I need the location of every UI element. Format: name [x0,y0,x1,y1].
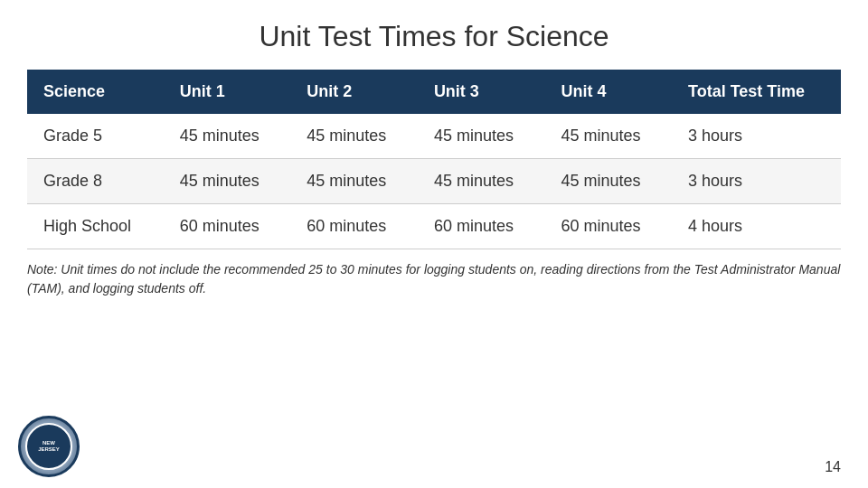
table-cell: Grade 8 [27,159,164,204]
table-wrapper: Science Unit 1 Unit 2 Unit 3 Unit 4 Tota… [0,70,868,249]
table-cell: 3 hours [672,114,841,159]
table-row: High School60 minutes60 minutes60 minute… [27,204,841,249]
table-header-row: Science Unit 1 Unit 2 Unit 3 Unit 4 Tota… [27,70,841,114]
table-cell: 60 minutes [418,204,545,249]
table-cell: High School [27,204,164,249]
table-row: Grade 545 minutes45 minutes45 minutes45 … [27,114,841,159]
table-row: Grade 845 minutes45 minutes45 minutes45 … [27,159,841,204]
table-cell: 45 minutes [544,159,672,204]
col-header-science: Science [27,70,164,114]
table-cell: 3 hours [672,159,841,204]
page-title: Unit Test Times for Science [0,0,868,70]
table-cell: 60 minutes [164,204,291,249]
table-cell: 45 minutes [544,114,672,159]
table-cell: 45 minutes [418,114,545,159]
table-cell: 60 minutes [290,204,418,249]
table-cell: 45 minutes [290,159,418,204]
col-header-unit4: Unit 4 [544,70,672,114]
footer-note: Note: Unit times do not include the reco… [0,249,868,298]
seal-text: NEWJERSEY [38,440,60,453]
table-cell: 45 minutes [290,114,418,159]
table-cell: 45 minutes [164,159,291,204]
table-cell: Grade 5 [27,114,164,159]
table-cell: 45 minutes [418,159,545,204]
table-cell: 4 hours [672,204,841,249]
col-header-unit1: Unit 1 [164,70,291,114]
col-header-total: Total Test Time [672,70,841,114]
state-seal: NEWJERSEY [18,416,81,479]
page-number: 14 [825,459,841,475]
col-header-unit2: Unit 2 [290,70,418,114]
col-header-unit3: Unit 3 [418,70,545,114]
table-cell: 45 minutes [164,114,291,159]
unit-test-times-table: Science Unit 1 Unit 2 Unit 3 Unit 4 Tota… [27,70,841,249]
table-cell: 60 minutes [544,204,672,249]
